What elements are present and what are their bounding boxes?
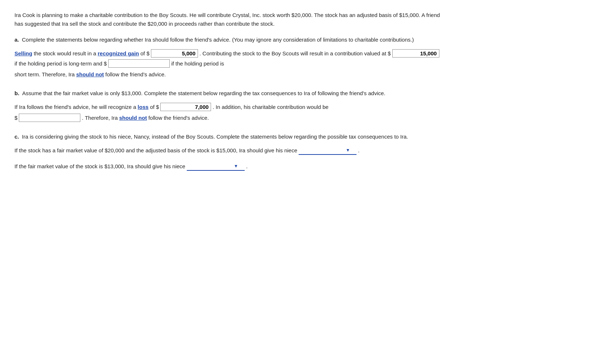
niece-dropdown-2[interactable]: the stock cash [187,163,234,169]
section-c-intro-line: c. Ira is considering giving the stock t… [14,132,485,141]
section-a-line1: Selling the stock would result in a reco… [14,49,485,68]
dropdown1-container: the stock cash ▼ [299,147,357,155]
text3-a: . Contributing the stock to the Boy Scou… [199,49,391,58]
section-c-intro: Ira is considering giving the stock to h… [22,132,408,141]
section-a-label: a. [14,35,19,44]
contribution-long-term-input[interactable] [392,49,439,58]
text2-c: If the fair market value of the stock is… [14,162,185,171]
text4-a: if the holding period is long-term and $ [14,59,107,68]
text5-a: if the holding period is [171,59,224,68]
period1: . [358,146,359,155]
text2-b: of $ [150,103,159,111]
section-c: c. Ira is considering giving the stock t… [14,132,485,171]
section-a-intro-line: a. Complete the statements below regardi… [14,35,485,44]
gain-value-input[interactable] [151,49,198,58]
dropdown2-container: the stock cash ▼ [187,163,245,171]
section-b-line2: $ . Therefore, Ira should not follow the… [14,114,485,122]
text4-b: . Therefore, Ira [82,114,118,122]
section-a: a. Complete the statements below regardi… [14,35,485,79]
text5-b: follow the friend's advice. [148,114,209,122]
charitable-contribution-input[interactable] [19,114,80,122]
section-c-label: c. [14,132,19,141]
text2-a: of $ [140,49,149,58]
dollar-b: $ [14,114,17,122]
dropdown2-arrow-icon: ▼ [234,163,238,170]
loss-label: loss [138,103,148,111]
intro-paragraph: Ira Cook is planning to make a charitabl… [14,11,449,28]
section-c-line1: If the stock has a fair market value of … [14,146,485,155]
loss-value-input[interactable] [160,103,211,111]
text1-a: the stock would result in a [34,49,96,58]
dropdown1-arrow-icon: ▼ [346,147,350,154]
should-not-b: should not [119,114,147,122]
section-b-line1: If Ira follows the friend's advice, he w… [14,103,485,111]
text1-b: If Ira follows the friend's advice, he w… [14,103,136,111]
selling-label: Selling [14,49,32,58]
section-a-intro: Complete the statements below regarding … [22,35,414,44]
short-term-input[interactable] [108,59,170,68]
niece-dropdown-1[interactable]: the stock cash [299,147,346,153]
section-b-intro: Assume that the fair market value is onl… [22,89,385,98]
section-b-label: b. [14,89,19,98]
text6-a: follow the friend's advice. [105,70,166,79]
short-term-label: short term. Therefore, Ira [14,70,75,79]
intro-text: Ira Cook is planning to make a charitabl… [14,11,449,28]
period2: . [246,162,248,171]
section-b-intro-line: b. Assume that the fair market value is … [14,89,485,98]
section-b: b. Assume that the fair market value is … [14,89,485,122]
text1-c: If the stock has a fair market value of … [14,146,297,155]
text3-b: . In addition, his charitable contributi… [212,103,328,111]
section-a-line2: short term. Therefore, Ira should not fo… [14,70,485,79]
section-c-line2: If the fair market value of the stock is… [14,162,485,171]
should-not-a: should not [76,70,104,79]
recognized-gain-label: recognized gain [98,49,139,58]
